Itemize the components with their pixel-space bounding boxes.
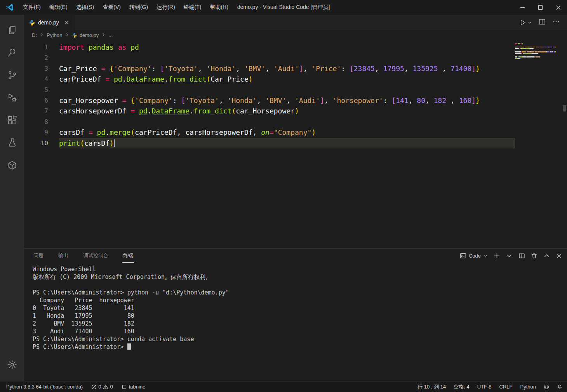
tab-demo-py[interactable]: demo.py — [24, 15, 75, 30]
panel-tab[interactable]: 终端 — [122, 249, 134, 263]
line-text — [59, 52, 515, 63]
encoding-status[interactable]: UTF-8 — [477, 384, 492, 390]
breadcrumb: D: Python demo.py ... — [24, 30, 567, 40]
chevron-down-icon — [483, 253, 488, 258]
breadcrumb-drive[interactable]: D: — [32, 32, 37, 38]
line-text: import pandas as pd — [59, 42, 515, 52]
close-icon — [556, 5, 561, 10]
menu-item[interactable]: 选择(S) — [72, 0, 99, 15]
code-line[interactable]: 3Car_Price = {'Company': ['Toyota', 'Hon… — [24, 63, 567, 74]
line-number: 9 — [24, 127, 59, 138]
minimap-line — [515, 43, 562, 44]
terminal-profile-select[interactable]: Code — [460, 253, 488, 259]
sidebar-item-search[interactable] — [0, 41, 24, 64]
split-editor-icon — [538, 18, 546, 26]
minimize-button[interactable] — [513, 0, 531, 15]
code-line[interactable]: 1import pandas as pd — [24, 42, 567, 52]
eol-status[interactable]: CRLF — [499, 384, 513, 390]
python-interpreter-status[interactable]: Python 3.8.3 64-bit ('base': conda) — [6, 384, 83, 390]
line-number: 1 — [24, 42, 59, 52]
line-number: 3 — [24, 63, 59, 74]
run-python-file-button[interactable] — [519, 19, 532, 26]
menu-item[interactable]: 查看(V) — [98, 0, 125, 15]
menu-item[interactable]: 终端(T) — [179, 0, 206, 15]
code-line[interactable]: 8 — [24, 117, 567, 127]
minimap-line — [515, 45, 562, 46]
tab-bar: demo.py — [24, 15, 567, 30]
code-line[interactable]: 5 — [24, 85, 567, 95]
sidebar-item-source-control[interactable] — [0, 64, 24, 86]
maximize-button[interactable] — [531, 0, 549, 15]
panel-header: 问题输出调试控制台终端 Code — [24, 249, 567, 263]
code-editor[interactable]: 1import pandas as pd23Car_Price = {'Comp… — [24, 40, 567, 248]
feedback-button[interactable] — [544, 384, 549, 390]
title-bar: 文件(F)编辑(E)选择(S)查看(V)转到(G)运行(R)终端(T)帮助(H)… — [0, 0, 567, 15]
indentation-status[interactable]: 空格: 4 — [454, 383, 469, 390]
terminal-line: 版权所有 (C) 2009 Microsoft Corporation。保留所有… — [33, 273, 567, 281]
panel-tab[interactable]: 问题 — [33, 249, 44, 263]
kill-terminal-button[interactable] — [531, 253, 537, 259]
notifications-button[interactable] — [557, 384, 562, 390]
code-line[interactable]: 10print(carsDf) — [24, 138, 567, 148]
code-line[interactable]: 4carPriceDf = pd.DataFrame.from_dict(Car… — [24, 74, 567, 84]
line-text: print(carsDf) — [59, 138, 515, 148]
code-line[interactable]: 2 — [24, 52, 567, 63]
terminal-line: 0 Toyota 23845 141 — [33, 304, 567, 312]
terminal-output[interactable]: Windows PowerShell版权所有 (C) 2009 Microsof… — [24, 263, 567, 381]
panel-tabs: 问题输出调试控制台终端 — [33, 249, 134, 263]
menu-item[interactable]: 运行(R) — [152, 0, 179, 15]
split-terminal-button[interactable] — [518, 253, 525, 259]
code-line[interactable]: 6car_Horsepower = {'Company': ['Toyota',… — [24, 95, 567, 106]
panel-tab[interactable]: 输出 — [57, 249, 69, 263]
problems-status[interactable]: 0 0 — [91, 384, 113, 390]
new-terminal-button[interactable] — [494, 253, 500, 259]
search-icon — [7, 47, 17, 58]
menu-item[interactable]: 帮助(H) — [205, 0, 232, 15]
sidebar-item-extensions[interactable] — [0, 109, 24, 131]
more-actions-button[interactable] — [552, 18, 560, 27]
chevron-down-icon — [506, 253, 513, 259]
breadcrumb-symbol[interactable]: ... — [108, 32, 113, 38]
settings-button[interactable] — [0, 353, 24, 376]
sidebar-item-testing[interactable] — [0, 131, 24, 154]
tab-close-button[interactable] — [64, 20, 70, 25]
python-file-icon — [29, 19, 35, 26]
terminal-line: Windows PowerShell — [33, 265, 567, 273]
bell-icon — [557, 384, 562, 390]
line-text: carsDf = pd.merge(carPriceDf, carsHorsep… — [59, 127, 515, 138]
minimap-line — [515, 55, 562, 56]
panel-tab[interactable]: 调试控制台 — [82, 249, 109, 263]
line-number: 8 — [24, 117, 59, 127]
terminal-launch-dropdown[interactable] — [506, 253, 513, 259]
menu-item[interactable]: 文件(F) — [19, 0, 45, 15]
terminal-icon — [460, 253, 466, 259]
minimap[interactable] — [515, 43, 562, 60]
bottom-panel: 问题输出调试控制台终端 Code — [24, 248, 567, 381]
sidebar-item-explorer[interactable] — [0, 19, 24, 41]
tabnine-icon — [122, 384, 127, 390]
line-text — [59, 85, 515, 95]
language-mode-status[interactable]: Python — [520, 384, 536, 390]
close-window-button[interactable] — [549, 0, 567, 15]
status-bar-right: 行 10 , 列 14 空格: 4 UTF-8 CRLF Python — [417, 383, 562, 390]
sidebar-item-run-debug[interactable] — [0, 86, 24, 109]
sidebar-item-package[interactable] — [0, 154, 24, 176]
maximize-panel-button[interactable] — [543, 253, 550, 259]
breadcrumb-folder[interactable]: Python — [47, 32, 62, 38]
minimap-line — [515, 53, 562, 54]
terminal-line: Company Price horsepower — [33, 296, 567, 304]
vscode-logo-icon — [5, 3, 14, 12]
close-panel-button[interactable] — [556, 253, 562, 259]
chevron-right-icon — [101, 32, 106, 38]
split-editor-button[interactable] — [538, 18, 546, 27]
breadcrumb-file[interactable]: demo.py — [72, 32, 99, 38]
menu-item[interactable]: 编辑(E) — [45, 0, 72, 15]
minimap-line — [515, 56, 562, 57]
cursor-position-status[interactable]: 行 10 , 列 14 — [417, 383, 446, 390]
window-title: demo.py - Visual Studio Code [管理员] — [237, 0, 330, 15]
tabnine-status[interactable]: tabnine — [122, 384, 146, 390]
code-line[interactable]: 9carsDf = pd.merge(carPriceDf, carsHorse… — [24, 127, 567, 138]
minimap-line — [515, 47, 562, 48]
menu-item[interactable]: 转到(G) — [125, 0, 152, 15]
code-line[interactable]: 7carsHorsepowerDf = pd.DataFrame.from_di… — [24, 106, 567, 116]
